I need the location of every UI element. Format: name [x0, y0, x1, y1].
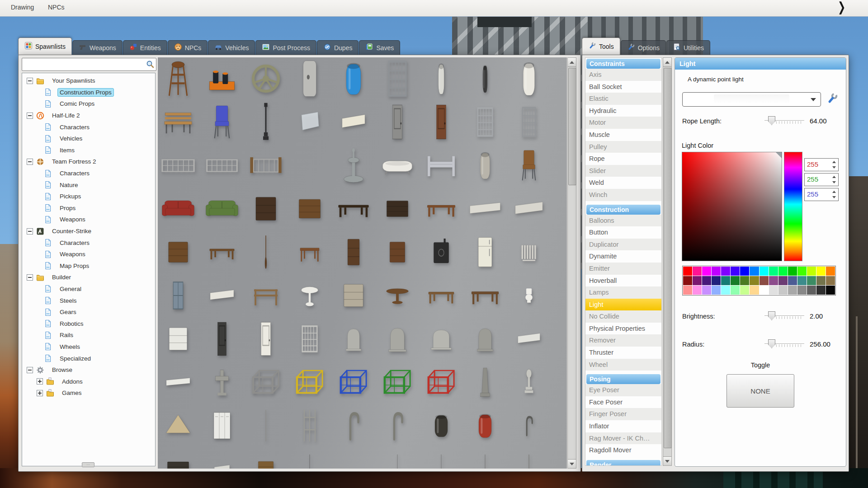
tool-item-duplicator[interactable]: Duplicator	[585, 239, 661, 251]
tree-item-construction-props[interactable]: Construction Props	[22, 87, 155, 99]
tree-item-addons[interactable]: Addons	[22, 375, 155, 387]
prop-bed-frame[interactable]	[426, 152, 457, 181]
prop-pole[interactable]	[264, 408, 268, 445]
prop-side-table[interactable]	[299, 240, 321, 266]
prop-drying-rack[interactable]	[252, 284, 280, 309]
prop-mattress[interactable]	[467, 200, 503, 220]
rgb-blue-spinbox[interactable]: 255	[804, 188, 839, 201]
palette-swatch[interactable]	[712, 276, 721, 285]
color-saturation-square[interactable]	[682, 152, 782, 261]
spin-down-icon[interactable]	[832, 181, 836, 183]
tree-item-half-life-2[interactable]: Half-Life 2	[22, 110, 155, 122]
prop-pipe-hook-2[interactable]	[387, 410, 407, 443]
prop-small-cabinet[interactable]	[387, 239, 407, 267]
palette-swatch[interactable]	[769, 286, 778, 295]
palette-swatch[interactable]	[788, 276, 797, 285]
prop-pedestal-table[interactable]	[300, 282, 320, 311]
palette-swatch[interactable]	[797, 267, 807, 276]
prop-tall-cabinet[interactable]	[346, 236, 361, 270]
palette-swatch[interactable]	[826, 267, 835, 276]
prop-obelisk[interactable]	[476, 366, 494, 400]
tool-item-weld[interactable]: Weld	[585, 177, 661, 189]
prop-white-tray[interactable]	[164, 376, 192, 390]
prop-fridge[interactable]	[475, 236, 495, 270]
palette-swatch[interactable]	[702, 276, 711, 285]
search-input[interactable]	[24, 59, 145, 70]
prop-dishwasher[interactable]	[166, 325, 190, 355]
prop-stove[interactable]	[431, 239, 452, 267]
prop-gray-door[interactable]	[387, 103, 407, 142]
tool-item-eye-poser[interactable]: Eye Poser	[585, 384, 661, 396]
tree-expander-icon[interactable]	[27, 228, 33, 235]
scroll-down-icon[interactable]	[568, 459, 576, 468]
palette-swatch[interactable]	[712, 286, 721, 295]
prop-trophy[interactable]	[521, 368, 537, 399]
palette-swatch[interactable]	[760, 286, 769, 295]
prop-thin-pole-2[interactable]	[396, 453, 399, 469]
tool-item-button[interactable]: Button	[585, 226, 661, 239]
tool-item-axis[interactable]: Axis	[585, 69, 661, 81]
tree-item-your-spawnlists[interactable]: Your Spawnlists	[22, 75, 155, 87]
prop-gravestone-3[interactable]	[429, 327, 454, 352]
palette-swatch[interactable]	[693, 286, 702, 295]
prop-grave-cross[interactable]	[211, 367, 233, 399]
rgb-green-spinbox[interactable]: 255	[804, 173, 839, 186]
palette-swatch[interactable]	[778, 276, 788, 285]
tree-item-characters[interactable]: Characters	[22, 237, 155, 249]
tab-dupes[interactable]: Dupes	[317, 40, 359, 55]
tree-expander-icon[interactable]	[27, 78, 33, 84]
palette-swatch[interactable]	[826, 286, 835, 295]
brightness-slider[interactable]	[764, 311, 804, 321]
tree-item-team-fortress-2[interactable]: Team Fortress 2	[22, 156, 155, 168]
tab-options[interactable]: Options	[621, 40, 666, 55]
prop-metal-gate-2[interactable]	[519, 106, 538, 140]
palette-swatch[interactable]	[797, 286, 807, 295]
prop-oar[interactable]	[262, 234, 270, 272]
tool-item-finger-poser[interactable]: Finger Poser	[585, 408, 661, 420]
tree-item-robotics[interactable]: Robotics	[22, 318, 155, 329]
prop-gravestone-2[interactable]	[387, 325, 408, 355]
prop-pipes[interactable]	[164, 460, 192, 469]
tool-item-winch[interactable]: Winch	[585, 189, 661, 201]
prop-wardrobe[interactable]	[253, 194, 279, 225]
prop-table-2[interactable]	[427, 286, 456, 307]
prop-white-shelf[interactable]	[340, 111, 367, 135]
tree-resize-handle[interactable]: …	[82, 462, 94, 467]
tab-spawnlists[interactable]: Spawnlists	[18, 38, 72, 55]
prop-wire-fence-2[interactable]	[205, 154, 239, 179]
radius-slider[interactable]	[764, 339, 804, 349]
prop-gravestone[interactable]	[344, 326, 363, 354]
tree-item-weapons[interactable]: Weapons	[22, 214, 155, 225]
prop-toilet[interactable]	[523, 287, 535, 305]
preset-config-wrench-icon[interactable]	[826, 92, 840, 106]
tool-item-no-collide[interactable]: No Collide	[585, 310, 661, 323]
prop-crate-with-cans[interactable]	[207, 64, 237, 95]
prop-gravestone-4[interactable]	[475, 325, 495, 354]
palette-swatch[interactable]	[740, 286, 749, 295]
palette-swatch[interactable]	[731, 267, 740, 276]
tree-item-counter-strike[interactable]: Counter-Strike	[22, 225, 155, 237]
tool-item-wheel[interactable]: Wheel	[585, 359, 661, 371]
prop-mattress-2[interactable]	[513, 199, 545, 221]
tool-item-elastic[interactable]: Elastic	[585, 93, 661, 105]
tree-item-browse[interactable]: Browse	[22, 364, 155, 376]
palette-swatch[interactable]	[702, 267, 711, 276]
prop-green-sofa[interactable]	[205, 196, 239, 223]
palette-swatch[interactable]	[807, 276, 816, 285]
palette-swatch[interactable]	[683, 267, 692, 276]
palette-swatch[interactable]	[712, 267, 721, 276]
prop-thin-pole-4[interactable]	[483, 453, 487, 469]
prop-lampshade[interactable]	[163, 413, 193, 440]
prop-cage-gray[interactable]	[249, 368, 283, 398]
tab-entities[interactable]: Entities	[123, 40, 167, 55]
tool-item-balloons[interactable]: Balloons	[585, 215, 661, 227]
palette-swatch[interactable]	[740, 276, 749, 285]
tool-item-physical-properties[interactable]: Physical Properties	[585, 323, 661, 335]
tool-item-hoverball[interactable]: Hoverball	[585, 275, 661, 287]
prop-red-sofa[interactable]	[161, 196, 195, 223]
spin-down-icon[interactable]	[832, 166, 836, 169]
palette-swatch[interactable]	[807, 286, 816, 295]
palette-swatch[interactable]	[740, 267, 749, 276]
tree-expander-icon[interactable]	[37, 378, 43, 385]
prop-wheel[interactable]	[250, 63, 282, 96]
